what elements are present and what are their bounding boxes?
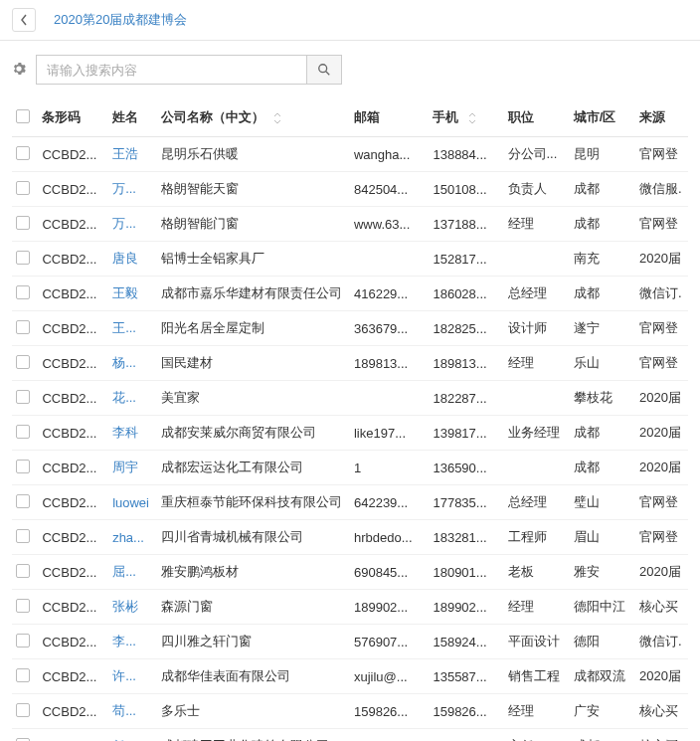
name-link[interactable]: 王浩 — [112, 146, 138, 161]
row-checkbox[interactable] — [16, 251, 30, 265]
name-link[interactable]: 屈... — [112, 564, 136, 579]
position-cell: 经理 — [504, 694, 570, 729]
barcode-cell: CCBD2... — [38, 416, 108, 451]
barcode-cell: CCBD2... — [38, 520, 108, 555]
position-cell: 工程师 — [504, 520, 570, 555]
phone-cell: 186028... — [429, 277, 503, 311]
source-cell: 官网登 — [635, 346, 688, 381]
table-row: CCBD2...万...格朗智能门窗www.63...137188...经理成都… — [12, 207, 688, 242]
svg-point-0 — [319, 65, 327, 73]
phone-cell: 139817... — [429, 416, 503, 451]
phone-cell: 189902... — [429, 590, 503, 625]
company-cell: 格朗智能门窗 — [157, 207, 350, 242]
name-link[interactable]: 杨... — [112, 355, 136, 370]
row-checkbox[interactable] — [16, 599, 30, 613]
name-link[interactable]: 李科 — [112, 425, 138, 440]
phone-cell: 138884... — [429, 137, 503, 172]
select-all-checkbox[interactable] — [16, 109, 30, 123]
company-cell: 阳光名居全屋定制 — [157, 311, 350, 346]
name-link[interactable]: luowei — [112, 495, 149, 510]
source-cell: 官网登 — [635, 485, 688, 520]
name-link[interactable]: 周宇 — [112, 460, 138, 474]
row-checkbox[interactable] — [16, 216, 30, 230]
row-checkbox[interactable] — [16, 320, 30, 334]
source-cell: 官网登 — [635, 137, 688, 172]
name-link[interactable]: 许... — [112, 668, 136, 683]
position-cell: 总经理 — [504, 277, 570, 311]
name-link[interactable]: 王... — [112, 320, 136, 335]
name-link[interactable]: 张彬 — [112, 599, 138, 614]
col-email-header[interactable]: 邮箱 — [350, 98, 429, 137]
row-checkbox[interactable] — [16, 703, 30, 717]
name-link[interactable]: 唐良 — [112, 251, 138, 266]
email-cell: xujilu@... — [350, 659, 429, 694]
search-input[interactable] — [36, 55, 306, 85]
row-checkbox[interactable] — [16, 564, 30, 578]
table-row: CCBD2...王...阳光名居全屋定制363679...182825...设计… — [12, 311, 688, 346]
company-cell: 成都建工工业化建筑有限公司 — [157, 729, 350, 742]
row-checkbox[interactable] — [16, 181, 30, 195]
position-cell: 业务经理 — [504, 416, 570, 451]
search-row — [0, 41, 700, 98]
col-company-header[interactable]: 公司名称（中文） — [157, 98, 350, 137]
row-checkbox[interactable] — [16, 494, 30, 508]
row-checkbox[interactable] — [16, 146, 30, 160]
email-cell: 576907... — [350, 625, 429, 659]
row-checkbox[interactable] — [16, 390, 30, 404]
city-cell: 遂宁 — [570, 311, 635, 346]
col-barcode-header[interactable]: 条形码 — [38, 98, 108, 137]
source-cell: 核心买 — [635, 729, 688, 742]
row-checkbox[interactable] — [16, 529, 30, 543]
table-row: CCBD2...花...美宜家182287...攀枝花2020届 — [12, 381, 688, 416]
name-link[interactable]: 苟... — [112, 703, 136, 718]
sort-icon — [468, 112, 476, 124]
company-cell: 昆明乐石供暖 — [157, 137, 350, 172]
source-cell: 2020届 — [635, 416, 688, 451]
row-checkbox[interactable] — [16, 425, 30, 439]
city-cell: 眉山 — [570, 520, 635, 555]
col-phone-header[interactable]: 手机 — [429, 98, 503, 137]
col-name-header[interactable]: 姓名 — [108, 98, 157, 137]
source-cell: 官网登 — [635, 311, 688, 346]
barcode-cell: CCBD2... — [38, 625, 108, 659]
row-checkbox[interactable] — [16, 634, 30, 648]
email-cell: 642239... — [350, 485, 429, 520]
city-cell: 攀枝花 — [570, 381, 635, 416]
name-link[interactable]: 花... — [112, 390, 136, 405]
email-cell: wangha... — [350, 137, 429, 172]
search-button[interactable] — [306, 55, 342, 85]
barcode-cell: CCBD2... — [38, 277, 108, 311]
barcode-cell: CCBD2... — [38, 137, 108, 172]
row-checkbox[interactable] — [16, 355, 30, 369]
table-row: CCBD2...luowei重庆桓泰节能环保科技有限公司642239...177… — [12, 485, 688, 520]
name-link[interactable]: 万... — [112, 181, 136, 196]
row-checkbox[interactable] — [16, 738, 30, 742]
city-cell: 成都 — [570, 416, 635, 451]
phone-cell: 136590... — [429, 451, 503, 485]
phone-cell: 158924... — [429, 625, 503, 659]
barcode-cell: CCBD2... — [38, 346, 108, 381]
source-cell: 微信订. — [635, 277, 688, 311]
row-checkbox[interactable] — [16, 285, 30, 299]
row-checkbox[interactable] — [16, 460, 30, 473]
col-city-header[interactable]: 城市/区 — [570, 98, 635, 137]
table-row: CCBD2...万...格朗智能天窗842504...150108...负责人成… — [12, 172, 688, 207]
name-link[interactable]: zha... — [112, 530, 144, 545]
company-cell: 森源门窗 — [157, 590, 350, 625]
source-cell: 官网登 — [635, 520, 688, 555]
table-row: CCBD2...zha...四川省青城机械有限公司hrbdedo...18328… — [12, 520, 688, 555]
position-cell: 销售工程 — [504, 659, 570, 694]
table-row: CCBD2...李科成都安莱威尔商贸有限公司like197...139817..… — [12, 416, 688, 451]
name-link[interactable]: 万... — [112, 216, 136, 231]
gear-icon[interactable] — [12, 62, 26, 79]
city-cell: 广安 — [570, 694, 635, 729]
table-row: CCBD2...屈...雅安鹏鸿板材690845...180901...老板雅安… — [12, 555, 688, 590]
name-link[interactable]: 王毅 — [112, 285, 138, 300]
back-button[interactable] — [12, 8, 36, 32]
row-checkbox[interactable] — [16, 668, 30, 682]
col-source-header[interactable]: 来源 — [635, 98, 688, 137]
name-link[interactable]: 李... — [112, 634, 136, 648]
email-cell: www.63... — [350, 207, 429, 242]
col-position-header[interactable]: 职位 — [504, 98, 570, 137]
breadcrumb-link[interactable]: 2020第20届成都建博会 — [54, 11, 187, 29]
